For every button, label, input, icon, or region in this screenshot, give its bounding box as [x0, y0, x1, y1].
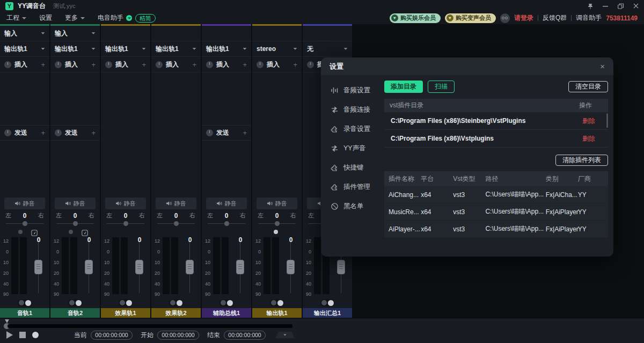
channel-name[interactable]: 输出汇总1 — [303, 308, 352, 318]
add-insert-button[interactable]: + — [293, 61, 297, 69]
channel-name[interactable]: 输出轨1 — [252, 308, 302, 318]
sidebar-item[interactable]: 录音设置 — [326, 120, 380, 138]
add-send-button[interactable]: + — [41, 129, 45, 137]
add-directory-button[interactable]: 添加目录 — [384, 81, 423, 93]
power-icon[interactable] — [206, 61, 213, 68]
sidebar-item[interactable]: 音频设置 — [326, 82, 380, 99]
mute-button[interactable]: 静音 — [55, 198, 96, 209]
output-select[interactable]: 无 — [303, 41, 352, 57]
fader-handle[interactable] — [287, 260, 295, 274]
sidebar-item[interactable]: 插件管理 — [326, 178, 380, 196]
mute-button[interactable]: 静音 — [4, 198, 45, 209]
sidebar-item[interactable]: 快捷键 — [326, 159, 380, 177]
power-icon[interactable] — [156, 61, 163, 68]
delete-directory-link[interactable]: 删除 — [572, 134, 606, 143]
play-button[interactable] — [6, 331, 13, 339]
add-insert-button[interactable]: + — [192, 61, 196, 69]
close-button[interactable] — [633, 3, 639, 9]
simple-mode-badge[interactable]: 精简 — [135, 14, 156, 23]
pan-thumb[interactable] — [275, 221, 280, 226]
menu-settings[interactable]: 设置 — [39, 13, 52, 23]
monitor-indicator[interactable] — [69, 230, 73, 234]
sidebar-item[interactable]: 音频连接 — [326, 101, 380, 119]
output-select[interactable]: 输出轨1 — [0, 41, 49, 57]
input-select[interactable]: 输入 — [50, 26, 100, 41]
add-send-button[interactable]: + — [91, 129, 96, 137]
channel-name[interactable]: 音轨2 — [50, 308, 100, 318]
channel-name[interactable]: 效果轨2 — [151, 308, 201, 318]
mute-button[interactable]: 静音 — [105, 198, 146, 209]
mute-button[interactable]: 静音 — [257, 198, 297, 209]
sidebar-item[interactable]: 黑名单 — [326, 198, 380, 215]
input-select[interactable] — [101, 26, 150, 41]
timeline-marker-icon[interactable] — [5, 319, 9, 323]
clear-directories-button[interactable]: 清空目录 — [568, 81, 608, 92]
output-select[interactable]: 输出轨1 — [50, 41, 100, 57]
delete-directory-link[interactable]: 删除 — [572, 116, 606, 126]
monitor-indicator[interactable] — [274, 230, 278, 234]
plugin-row[interactable]: AiChang... x64 vst3 C:\Users\喵喵\App... F… — [384, 186, 608, 203]
login-link[interactable]: 请登录 — [514, 13, 533, 23]
input-select[interactable] — [252, 26, 302, 41]
channel-toggle[interactable] — [270, 300, 284, 306]
fader-handle[interactable] — [34, 260, 42, 274]
power-icon[interactable] — [4, 61, 11, 68]
add-insert-button[interactable]: + — [91, 61, 96, 69]
channel-name[interactable]: 效果轨1 — [101, 308, 150, 318]
current-time-field[interactable]: 00:00:00:000 — [91, 331, 133, 340]
pan-slider[interactable] — [0, 220, 49, 227]
pan-slider[interactable] — [252, 220, 302, 227]
input-select[interactable] — [151, 26, 201, 41]
buy-voice-member-button[interactable]: ♥ 购买变声会员 — [445, 13, 496, 23]
input-select[interactable]: 输入 — [0, 26, 49, 41]
power-icon[interactable] — [55, 61, 62, 68]
dialog-close-button[interactable]: × — [600, 62, 605, 70]
power-icon[interactable] — [257, 61, 264, 68]
pan-thumb[interactable] — [174, 221, 179, 226]
feedback-qq-link[interactable]: 反馈Q群 — [543, 13, 567, 23]
power-icon[interactable] — [55, 129, 62, 136]
pan-slider[interactable] — [101, 220, 150, 227]
end-time-field[interactable]: 00:00:00:000 — [224, 331, 266, 340]
fader-handle[interactable] — [135, 260, 143, 274]
output-select[interactable]: 输出轨1 — [151, 41, 201, 57]
pan-thumb[interactable] — [23, 221, 27, 226]
fader-handle[interactable] — [337, 260, 345, 274]
add-insert-button[interactable]: + — [142, 61, 146, 69]
menu-project[interactable]: 工程 — [6, 13, 26, 23]
start-time-field[interactable]: 00:00:00:000 — [157, 331, 199, 340]
input-select[interactable] — [303, 26, 352, 41]
user-avatar[interactable] — [500, 13, 510, 23]
timeline-track[interactable] — [8, 324, 292, 328]
pan-thumb[interactable] — [123, 221, 128, 226]
mute-button[interactable]: 静音 — [206, 198, 247, 209]
channel-toggle[interactable] — [119, 300, 133, 306]
scrollbar-thumb[interactable] — [606, 113, 608, 128]
channel-toggle[interactable] — [320, 300, 334, 306]
restore-button[interactable] — [618, 3, 624, 9]
power-icon[interactable] — [206, 129, 213, 136]
menu-assistant[interactable]: 电音助手 — [98, 13, 132, 23]
power-icon[interactable] — [307, 61, 314, 68]
pan-thumb[interactable] — [73, 221, 78, 226]
record-button[interactable] — [32, 332, 39, 338]
add-insert-button[interactable]: + — [243, 61, 247, 69]
fader-handle[interactable] — [186, 260, 194, 274]
output-select[interactable]: stereo — [252, 41, 302, 57]
plugin-row[interactable]: AiPlayer-... x64 vst3 C:\Users\喵喵\App...… — [384, 221, 608, 238]
monitor-indicator[interactable] — [18, 230, 23, 234]
add-insert-button[interactable]: + — [41, 61, 45, 69]
pan-slider[interactable] — [202, 220, 251, 227]
channel-toggle[interactable] — [18, 300, 32, 306]
mute-button[interactable]: 静音 — [156, 198, 196, 209]
input-select[interactable] — [202, 26, 251, 41]
channel-toggle[interactable] — [169, 300, 183, 306]
pan-slider[interactable] — [151, 220, 201, 227]
pin-icon[interactable] — [588, 3, 593, 9]
stop-button[interactable] — [19, 332, 26, 338]
plugin-row[interactable]: MusicRe... x64 vst3 C:\Users\喵喵\App... F… — [384, 203, 608, 221]
add-send-button[interactable]: + — [243, 129, 247, 137]
buy-entertainment-member-button[interactable]: ♥ 购买娱乐会员 — [390, 13, 441, 23]
fader-handle[interactable] — [236, 260, 244, 274]
minimize-button[interactable] — [603, 3, 608, 9]
